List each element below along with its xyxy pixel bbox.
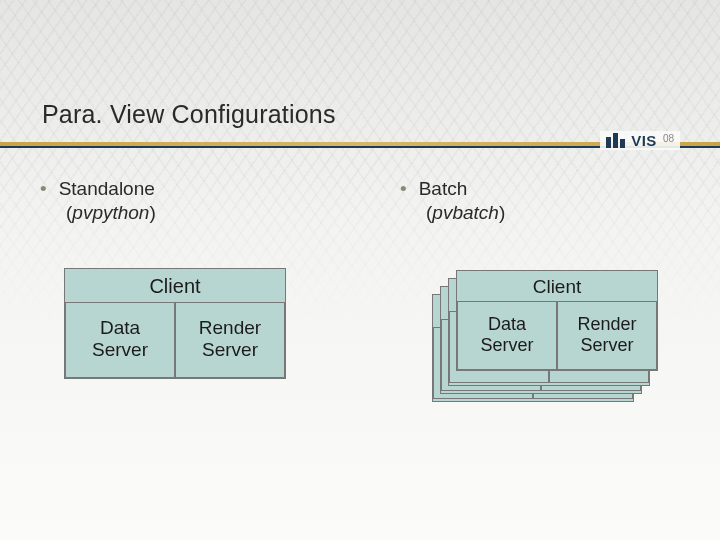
server-row: DataServer RenderServer <box>65 302 285 378</box>
data-server-label: DataServer <box>457 301 557 370</box>
logo-suffix: 08 <box>663 133 674 144</box>
left-tool-name: pvpython <box>72 202 149 223</box>
bullet-dot-icon: • <box>40 178 47 200</box>
right-bullet-label: Batch <box>419 178 468 200</box>
logo-text: VIS <box>631 132 657 149</box>
render-server-label: RenderServer <box>175 302 285 378</box>
standalone-diagram: Client DataServer RenderServer <box>64 268 286 379</box>
right-subline: (pvbatch) <box>400 202 720 224</box>
left-column: • Standalone (pvpython) <box>0 178 360 224</box>
right-column: • Batch (pvbatch) <box>360 178 720 224</box>
logo-mark-icon <box>606 133 625 148</box>
right-tool-name: pvbatch <box>432 202 499 223</box>
right-bullet: • Batch <box>400 178 720 200</box>
server-row: DataServer RenderServer <box>457 301 657 370</box>
left-bullet: • Standalone <box>40 178 360 200</box>
render-server-label: RenderServer <box>557 301 657 370</box>
left-subline: (pvpython) <box>40 202 360 224</box>
batch-card-front: Client DataServer RenderServer <box>456 270 658 371</box>
batch-diagram: Client DataServer RenderServer <box>432 264 654 414</box>
left-bullet-label: Standalone <box>59 178 155 200</box>
diagram-area: Client DataServer RenderServer Client Da… <box>0 268 720 448</box>
standalone-outer: Client DataServer RenderServer <box>64 268 286 379</box>
content-columns: • Standalone (pvpython) • Batch (pvbatch… <box>0 178 720 224</box>
bullet-dot-icon: • <box>400 178 407 200</box>
client-label: Client <box>457 271 657 301</box>
slide-title: Para. View Configurations <box>42 100 336 129</box>
data-server-label: DataServer <box>65 302 175 378</box>
vis08-logo: VIS 08 <box>600 131 680 150</box>
client-label: Client <box>65 269 285 302</box>
